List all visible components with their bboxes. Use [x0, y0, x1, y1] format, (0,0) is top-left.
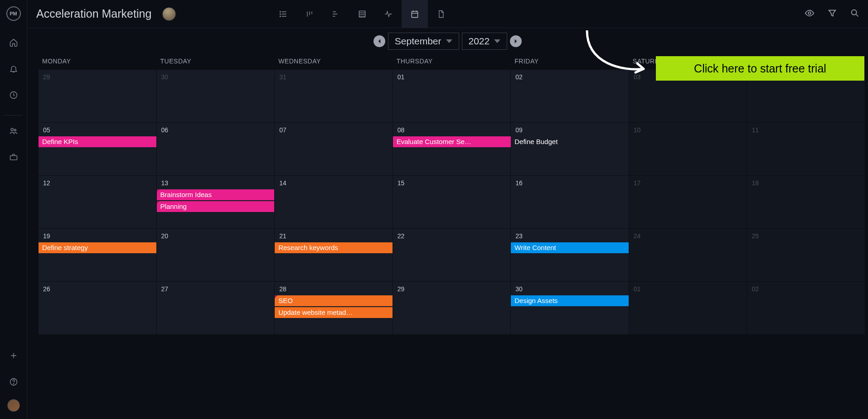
calendar-cell[interactable]: 14 [275, 176, 393, 228]
svg-point-11 [808, 12, 811, 14]
day-number: 09 [511, 123, 629, 136]
filter-icon[interactable] [827, 8, 837, 20]
people-icon[interactable] [5, 122, 23, 140]
day-number: 05 [39, 123, 156, 136]
calendar-cell[interactable]: 07 [275, 123, 393, 175]
calendar-grid: MONDAYTUESDAYWEDNESDAYTHURSDAYFRIDAYSATU… [38, 54, 865, 335]
calendar-event[interactable]: Planning [157, 201, 275, 212]
calendar-container: MONDAYTUESDAYWEDNESDAYTHURSDAYFRIDAYSATU… [27, 54, 868, 419]
start-trial-button[interactable]: Click here to start free trial [656, 56, 864, 81]
calendar-event[interactable]: Define Budget [511, 136, 561, 147]
calendar-event[interactable]: Define KPIs [39, 136, 156, 147]
view-activity-icon[interactable] [375, 0, 402, 28]
main-area: Acceleration Marketing [27, 0, 868, 419]
search-icon[interactable] [850, 8, 860, 20]
day-number: 24 [629, 229, 747, 242]
calendar-cell[interactable]: 30 [157, 70, 275, 122]
day-number: 30 [157, 70, 275, 83]
view-tabs [270, 0, 454, 28]
weekday-header: FRIDAY [511, 55, 629, 69]
view-list-icon[interactable] [270, 0, 296, 28]
next-month-button[interactable] [510, 35, 522, 47]
day-number: 07 [275, 123, 393, 136]
calendar-event[interactable]: Write Content [511, 242, 629, 253]
calendar-cell[interactable]: 18 [747, 176, 865, 228]
project-avatar[interactable] [162, 7, 176, 21]
day-number: 29 [393, 282, 511, 295]
calendar-cell[interactable]: 09Define Budget [511, 123, 629, 175]
clock-icon[interactable] [5, 86, 23, 104]
add-icon[interactable] [5, 347, 23, 365]
calendar-cell[interactable]: 29 [39, 70, 156, 122]
weekday-header: MONDAY [39, 55, 156, 69]
home-icon[interactable] [5, 34, 23, 52]
view-sheet-icon[interactable] [349, 0, 375, 28]
visibility-icon[interactable] [805, 8, 815, 20]
calendar-cell[interactable]: 30Design Assets [511, 282, 629, 334]
calendar-cell[interactable]: 31 [275, 70, 393, 122]
day-number: 17 [629, 176, 747, 189]
calendar-cell[interactable]: 21Research keywords [275, 229, 393, 281]
svg-point-1 [11, 128, 13, 130]
calendar-cell[interactable]: 12 [39, 176, 156, 228]
date-selector-row: September 2022 [27, 28, 868, 54]
help-icon[interactable] [5, 373, 23, 391]
calendar-cell[interactable]: 25 [747, 229, 865, 281]
year-select[interactable]: 2022 [462, 33, 508, 50]
calendar-event[interactable]: Research keywords [275, 242, 393, 253]
day-number: 15 [393, 176, 511, 189]
calendar-cell[interactable]: 01 [629, 282, 747, 334]
calendar-event[interactable]: SEO [275, 295, 393, 306]
calendar-cell[interactable]: 02 [511, 70, 629, 122]
calendar-cell[interactable]: 08Evaluate Customer Se… [393, 123, 511, 175]
calendar-cell[interactable]: 24 [629, 229, 747, 281]
calendar-event[interactable]: Update website metad… [275, 307, 393, 318]
day-number: 02 [747, 282, 865, 295]
left-sidebar: PM [0, 0, 27, 419]
calendar-event[interactable]: Design Assets [511, 295, 629, 306]
calendar-cell[interactable]: 29 [393, 282, 511, 334]
project-title: Acceleration Marketing [36, 7, 151, 20]
calendar-cell[interactable]: 06 [157, 123, 275, 175]
month-label: September [395, 36, 441, 47]
day-number: 01 [393, 70, 511, 83]
day-number: 27 [157, 282, 275, 295]
calendar-cell[interactable]: 16 [511, 176, 629, 228]
calendar-cell[interactable]: 20 [157, 229, 275, 281]
day-number: 14 [275, 176, 393, 189]
day-number: 26 [39, 282, 156, 295]
calendar-cell[interactable]: 23Write Content [511, 229, 629, 281]
day-number: 12 [39, 176, 156, 189]
calendar-event[interactable]: Brainstorm Ideas [157, 189, 275, 200]
day-number: 08 [393, 123, 511, 136]
user-avatar-small[interactable] [7, 399, 20, 412]
calendar-cell[interactable]: 11 [747, 123, 865, 175]
top-header: Acceleration Marketing [27, 0, 868, 28]
calendar-event[interactable]: Define strategy [39, 242, 156, 253]
view-files-icon[interactable] [428, 0, 454, 28]
calendar-cell[interactable]: 02 [747, 282, 865, 334]
calendar-cell[interactable]: 26 [39, 282, 156, 334]
briefcase-icon[interactable] [5, 148, 23, 166]
svg-point-7 [280, 14, 281, 14]
day-number: 30 [511, 282, 629, 295]
svg-point-8 [280, 16, 281, 17]
app-logo[interactable]: PM [6, 6, 21, 21]
month-select[interactable]: September [388, 33, 459, 50]
weekday-header: TUESDAY [157, 55, 275, 69]
view-gantt-icon[interactable] [323, 0, 349, 28]
calendar-cell[interactable]: 15 [393, 176, 511, 228]
calendar-cell[interactable]: 10 [629, 123, 747, 175]
calendar-cell[interactable]: 13Brainstorm IdeasPlanning [157, 176, 275, 228]
calendar-cell[interactable]: 17 [629, 176, 747, 228]
calendar-cell[interactable]: 01 [393, 70, 511, 122]
bell-icon[interactable] [5, 60, 23, 78]
calendar-cell[interactable]: 27 [157, 282, 275, 334]
calendar-cell[interactable]: 19Define strategy [39, 229, 156, 281]
view-board-icon[interactable] [296, 0, 323, 28]
calendar-cell[interactable]: 28SEOUpdate website metad… [275, 282, 393, 334]
view-calendar-icon[interactable] [402, 0, 428, 28]
calendar-cell[interactable]: 22 [393, 229, 511, 281]
prev-month-button[interactable] [373, 35, 385, 47]
calendar-cell[interactable]: 05Define KPIs [39, 123, 156, 175]
